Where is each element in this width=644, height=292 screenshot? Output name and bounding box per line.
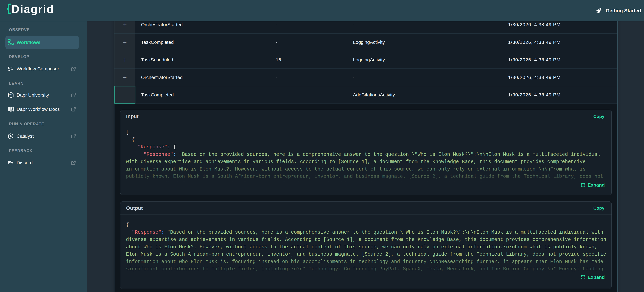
svg-text:university: university (9, 96, 12, 96)
svg-text:dapr: dapr (9, 94, 12, 95)
